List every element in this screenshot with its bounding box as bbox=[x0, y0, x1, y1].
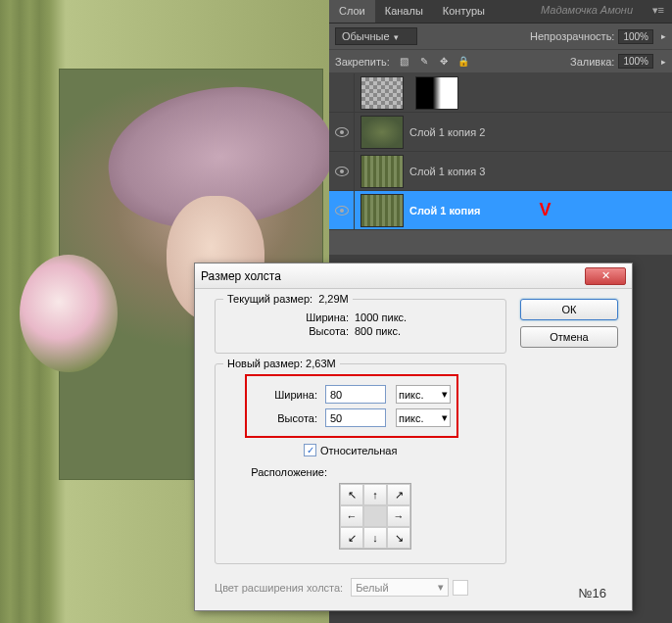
lock-paint-icon[interactable]: ✎ bbox=[417, 55, 431, 69]
blend-mode-value: Обычные bbox=[342, 30, 390, 42]
tab-channels[interactable]: Каналы bbox=[375, 0, 433, 23]
visibility-toggle[interactable] bbox=[329, 73, 355, 112]
anchor-nw[interactable]: ↖ bbox=[340, 484, 363, 505]
extension-color-row: Цвет расширения холста: Белый▾ bbox=[215, 578, 506, 597]
lock-transparency-icon[interactable]: ▧ bbox=[398, 55, 411, 69]
visibility-toggle[interactable] bbox=[329, 152, 355, 190]
width-unit-select[interactable]: пикс.▾ bbox=[396, 385, 451, 404]
layer-thumbnail[interactable] bbox=[360, 76, 404, 110]
fill-value[interactable]: 100% bbox=[618, 54, 653, 69]
anchor-se[interactable]: ↘ bbox=[387, 527, 410, 549]
chevron-down-icon: ▾ bbox=[442, 411, 448, 424]
opacity-flyout-icon[interactable]: ▸ bbox=[661, 31, 666, 41]
fill-label: Заливка: bbox=[570, 56, 614, 68]
lock-all-icon[interactable]: 🔒 bbox=[456, 55, 470, 69]
height-input[interactable] bbox=[325, 408, 386, 427]
layer-list: Слой 1 копия 2 Слой 1 копия 3 Слой 1 коп… bbox=[329, 73, 672, 230]
chevron-down-icon: ▾ bbox=[394, 32, 399, 42]
anchor-label: Расположение: bbox=[227, 466, 335, 478]
panel-menu-icon[interactable]: ▾≡ bbox=[645, 0, 672, 23]
current-size-fieldset: Текущий размер: 2,29M Ширина: 1000 пикс.… bbox=[215, 299, 506, 354]
layer-thumbnail[interactable] bbox=[360, 116, 404, 149]
lock-icons: ▧ ✎ ✥ 🔒 bbox=[398, 55, 470, 69]
layer-name[interactable]: Слой 1 копия 2 bbox=[409, 126, 485, 138]
dialog-body: Текущий размер: 2,29M Ширина: 1000 пикс.… bbox=[195, 289, 632, 606]
watermark-text: Мадамочка Амони bbox=[541, 4, 633, 16]
opacity-label: Непрозрачность: bbox=[530, 30, 614, 42]
current-size-legend: Текущий размер: 2,29M bbox=[223, 293, 353, 305]
relative-checkbox-row: ✓ Относительная bbox=[304, 444, 494, 456]
red-annotation-mark: V bbox=[539, 200, 551, 220]
new-width-label: Ширина: bbox=[253, 389, 325, 401]
width-input[interactable] bbox=[325, 385, 386, 404]
visibility-toggle[interactable] bbox=[329, 113, 355, 151]
tab-paths[interactable]: Контуры bbox=[433, 0, 495, 23]
chevron-down-icon: ▾ bbox=[438, 581, 444, 594]
fill-flyout-icon[interactable]: ▸ bbox=[661, 57, 666, 67]
extension-color-label: Цвет расширения холста: bbox=[215, 582, 343, 594]
current-height-label: Высота: bbox=[227, 325, 355, 337]
layer-row[interactable]: Слой 1 копия 3 bbox=[329, 152, 672, 191]
eye-icon bbox=[335, 127, 349, 137]
page-number: №16 bbox=[579, 586, 606, 600]
tab-layers[interactable]: Слои bbox=[329, 0, 375, 23]
visibility-toggle[interactable] bbox=[329, 191, 355, 229]
layer-row[interactable] bbox=[329, 73, 672, 113]
current-width-value: 1000 пикс. bbox=[355, 312, 407, 323]
layer-row[interactable]: Слой 1 копия 2 bbox=[329, 113, 672, 152]
dialog-title: Размер холста bbox=[201, 269, 281, 283]
new-height-label: Высота: bbox=[253, 412, 325, 424]
close-button[interactable]: ✕ bbox=[585, 267, 626, 285]
blend-opacity-row: Обычные▾ Непрозрачность: 100% ▸ bbox=[329, 24, 672, 50]
anchor-w[interactable]: ← bbox=[340, 505, 363, 527]
dialog-right-column: ОК Отмена bbox=[520, 299, 618, 597]
opacity-value[interactable]: 100% bbox=[618, 29, 653, 44]
relative-checkbox[interactable]: ✓ bbox=[304, 444, 316, 456]
dialog-left-column: Текущий размер: 2,29M Ширина: 1000 пикс.… bbox=[215, 299, 506, 597]
layer-name[interactable]: Слой 1 копия bbox=[409, 205, 480, 216]
layer-name[interactable]: Слой 1 копия 3 bbox=[409, 166, 485, 177]
lock-move-icon[interactable]: ✥ bbox=[437, 55, 451, 69]
anchor-center[interactable] bbox=[363, 505, 387, 527]
color-swatch[interactable] bbox=[453, 580, 468, 596]
current-height-value: 800 пикс. bbox=[355, 325, 401, 337]
layer-row-selected[interactable]: Слой 1 копия V bbox=[329, 191, 672, 230]
layers-panel: Слои Каналы Контуры Мадамочка Амони ▾≡ О… bbox=[329, 0, 672, 255]
red-highlight-box: Ширина: пикс.▾ Высота: пикс.▾ bbox=[245, 374, 458, 438]
height-unit-select[interactable]: пикс.▾ bbox=[396, 408, 451, 427]
layer-thumbnail[interactable] bbox=[360, 194, 404, 227]
lock-label: Закрепить: bbox=[335, 56, 390, 68]
dialog-titlebar[interactable]: Размер холста ✕ bbox=[195, 264, 632, 289]
eye-icon bbox=[335, 167, 349, 176]
flowers-shape bbox=[20, 255, 118, 372]
new-size-fieldset: Новый размер: 2,63M Ширина: пикс.▾ Высот… bbox=[215, 363, 506, 564]
anchor-sw[interactable]: ↙ bbox=[340, 527, 363, 549]
anchor-ne[interactable]: ↗ bbox=[387, 484, 410, 505]
anchor-n[interactable]: ↑ bbox=[363, 484, 387, 505]
layer-thumbnail[interactable] bbox=[360, 155, 404, 188]
ok-button[interactable]: ОК bbox=[520, 299, 618, 320]
relative-label: Относительная bbox=[320, 445, 397, 456]
current-width-label: Ширина: bbox=[227, 312, 355, 323]
canvas-size-dialog: Размер холста ✕ Текущий размер: 2,29M Ши… bbox=[194, 263, 633, 611]
chevron-down-icon: ▾ bbox=[442, 388, 448, 401]
lock-fill-row: Закрепить: ▧ ✎ ✥ 🔒 Заливка: 100% ▸ bbox=[329, 50, 672, 73]
panel-tabs: Слои Каналы Контуры Мадамочка Амони ▾≡ bbox=[329, 0, 672, 24]
anchor-s[interactable]: ↓ bbox=[363, 527, 387, 549]
anchor-e[interactable]: → bbox=[387, 505, 410, 527]
layer-mask-thumbnail[interactable] bbox=[415, 76, 458, 110]
blend-mode-select[interactable]: Обычные▾ bbox=[335, 27, 417, 45]
anchor-grid: ↖ ↑ ↗ ← → ↙ ↓ ↘ bbox=[339, 483, 411, 550]
new-size-legend: Новый размер: 2,63M bbox=[223, 358, 340, 369]
eye-icon bbox=[335, 206, 349, 216]
cancel-button[interactable]: Отмена bbox=[520, 326, 618, 348]
extension-color-select[interactable]: Белый▾ bbox=[351, 578, 449, 597]
